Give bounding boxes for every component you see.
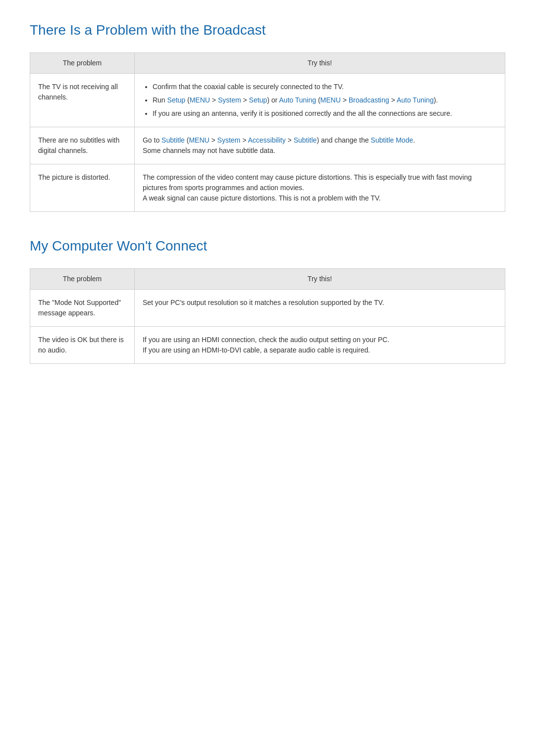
subtitle-mode-link: Subtitle Mode (371, 136, 413, 144)
solution-list: Confirm that the coaxial cable is secure… (143, 82, 497, 119)
subtitle-link: Subtitle (161, 136, 185, 144)
computer-title: My Computer Won't Connect (30, 236, 505, 256)
solution-cell: The compression of the video content may… (134, 164, 505, 212)
broadcast-table: The problem Try this! The TV is not rece… (30, 52, 505, 212)
problem-cell: The "Mode Not Supported" message appears… (30, 290, 135, 327)
broadcasting-link: Broadcasting (349, 96, 389, 104)
list-item: Run Setup (MENU > System > Setup) or Aut… (153, 95, 497, 105)
table-row: The video is OK but there is no audio. I… (30, 327, 505, 364)
computer-col1-header: The problem (30, 269, 135, 290)
problem-cell: The TV is not receiving all channels. (30, 74, 135, 127)
list-item: Confirm that the coaxial cable is secure… (153, 82, 497, 92)
computer-col2-header: Try this! (134, 269, 505, 290)
solution-cell: If you are using an HDMI connection, che… (134, 327, 505, 364)
setup2-link: Setup (249, 96, 268, 104)
system2-link: System (217, 136, 241, 144)
table-row: The TV is not receiving all channels. Co… (30, 74, 505, 127)
broadcast-col1-header: The problem (30, 53, 135, 74)
list-item: If you are using an antenna, verify it i… (153, 108, 497, 119)
table-row: The "Mode Not Supported" message appears… (30, 290, 505, 327)
solution-cell: Confirm that the coaxial cable is secure… (134, 74, 505, 127)
auto-tuning2-link: Auto Tuning (397, 96, 434, 104)
broadcast-title: There Is a Problem with the Broadcast (30, 20, 505, 41)
problem-cell: There are no subtitles with digital chan… (30, 127, 135, 164)
computer-table: The problem Try this! The "Mode Not Supp… (30, 268, 505, 364)
menu3-link: MENU (189, 136, 209, 144)
broadcast-col2-header: Try this! (134, 53, 505, 74)
solution-cell: Set your PC's output resolution so it ma… (134, 290, 505, 327)
table-row: The picture is distorted. The compressio… (30, 164, 505, 212)
menu-link: MENU (190, 96, 210, 104)
menu2-link: MENU (321, 96, 341, 104)
setup-link: Setup (167, 96, 186, 104)
subtitle2-link: Subtitle (294, 136, 317, 144)
accessibility-link: Accessibility (248, 136, 285, 144)
computer-section: My Computer Won't Connect The problem Tr… (30, 236, 505, 364)
auto-tuning-link: Auto Tuning (279, 96, 316, 104)
solution-cell: Go to Subtitle (MENU > System > Accessib… (134, 127, 505, 164)
system-link: System (218, 96, 241, 104)
problem-cell: The video is OK but there is no audio. (30, 327, 135, 364)
broadcast-section: There Is a Problem with the Broadcast Th… (30, 20, 505, 212)
table-row: There are no subtitles with digital chan… (30, 127, 505, 164)
problem-cell: The picture is distorted. (30, 164, 135, 212)
